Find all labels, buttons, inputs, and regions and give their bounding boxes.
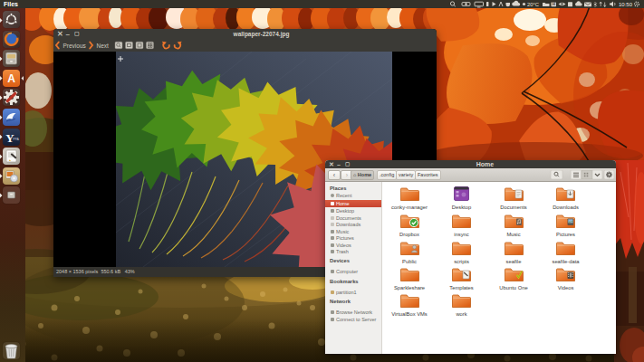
svg-text:Next: Next [97,43,110,49]
svg-text:20°C: 20°C [527,2,539,7]
svg-text:H: H [553,2,555,6]
svg-text:10:50: 10:50 [619,2,633,7]
svg-text:Previous: Previous [63,43,87,49]
